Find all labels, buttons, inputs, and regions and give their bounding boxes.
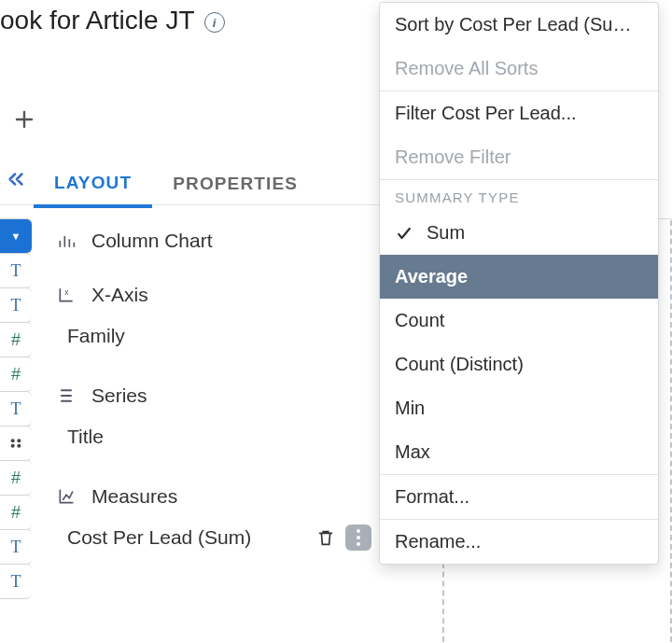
collapse-panel-icon[interactable] — [6, 169, 34, 199]
delete-icon[interactable] — [315, 527, 336, 548]
measures-section: Measures Cost Per Lead (Sum) — [56, 485, 373, 554]
svg-point-2 — [11, 444, 15, 448]
add-widget-button[interactable] — [6, 101, 43, 138]
series-section: Series Title — [56, 384, 373, 454]
field-pill-number[interactable]: # — [0, 322, 32, 357]
tab-layout[interactable]: LAYOUT — [34, 161, 152, 208]
menu-remove-filter: Remove Filter — [380, 135, 658, 179]
more-options-button[interactable] — [345, 524, 371, 551]
field-pill-selected[interactable]: ▼ — [0, 218, 32, 254]
field-pill-number[interactable]: # — [0, 495, 32, 530]
menu-rename[interactable]: Rename... — [380, 520, 658, 564]
field-type-strip: ▼ T T # # T # # T T — [0, 218, 32, 598]
field-pill-text[interactable]: T — [0, 253, 32, 288]
field-pill-number[interactable]: # — [0, 460, 32, 496]
svg-text:x: x — [64, 287, 69, 297]
layout-panel: Column Chart x X-Axis Family Series Titl… — [56, 230, 373, 586]
series-header: Series — [56, 384, 373, 407]
menu-sort[interactable]: Sort by Cost Per Lead (Sum)... — [380, 3, 658, 47]
menu-summary-count-distinct[interactable]: Count (Distinct) — [380, 342, 658, 386]
menu-remove-sorts: Remove All Sorts — [380, 47, 658, 91]
menu-summary-sum-label: Sum — [427, 222, 465, 243]
measures-icon — [56, 486, 77, 507]
context-menu: Sort by Cost Per Lead (Sum)... Remove Al… — [379, 2, 659, 565]
field-pill-text[interactable]: T — [0, 564, 32, 599]
svg-point-1 — [17, 439, 21, 442]
info-icon[interactable]: i — [204, 12, 225, 33]
check-icon — [395, 224, 413, 243]
menu-filter[interactable]: Filter Cost Per Lead... — [380, 91, 658, 135]
series-label: Series — [91, 384, 147, 407]
menu-summary-average[interactable]: Average — [380, 255, 658, 299]
menu-summary-header: SUMMARY TYPE — [380, 180, 658, 211]
svg-point-0 — [11, 439, 15, 442]
field-pill-link[interactable] — [0, 426, 32, 461]
svg-point-3 — [17, 444, 21, 448]
measures-header: Measures — [56, 485, 373, 508]
measure-field-row: Cost Per Lead (Sum) — [56, 521, 373, 554]
series-field[interactable]: Title — [56, 420, 373, 454]
field-pill-text[interactable]: T — [0, 529, 32, 565]
xaxis-section: x X-Axis Family — [56, 284, 373, 353]
measure-field[interactable]: Cost Per Lead (Sum) — [56, 521, 251, 554]
field-pill-text[interactable]: T — [0, 391, 32, 426]
field-pill-text[interactable]: T — [0, 287, 32, 323]
chart-type-section: Column Chart — [56, 230, 373, 252]
menu-format[interactable]: Format... — [380, 475, 658, 519]
header: ook for Article JT i — [0, 6, 225, 35]
chart-type-label: Column Chart — [91, 230, 213, 252]
menu-summary-count[interactable]: Count — [380, 299, 658, 342]
measures-label: Measures — [91, 485, 177, 508]
chart-type-row[interactable]: Column Chart — [56, 230, 373, 252]
page-title: ook for Article JT — [0, 6, 195, 35]
xaxis-icon: x — [56, 285, 77, 305]
menu-summary-max[interactable]: Max — [380, 430, 658, 474]
menu-summary-sum[interactable]: Sum — [380, 211, 658, 255]
tabs: LAYOUT PROPERTIES — [0, 162, 381, 205]
tab-properties[interactable]: PROPERTIES — [152, 162, 318, 205]
xaxis-field[interactable]: Family — [56, 319, 373, 353]
column-chart-icon — [56, 231, 77, 251]
menu-summary-min[interactable]: Min — [380, 386, 658, 430]
field-pill-number[interactable]: # — [0, 356, 32, 392]
xaxis-header: x X-Axis — [56, 284, 373, 306]
xaxis-label: X-Axis — [91, 284, 148, 306]
series-icon — [56, 385, 77, 406]
